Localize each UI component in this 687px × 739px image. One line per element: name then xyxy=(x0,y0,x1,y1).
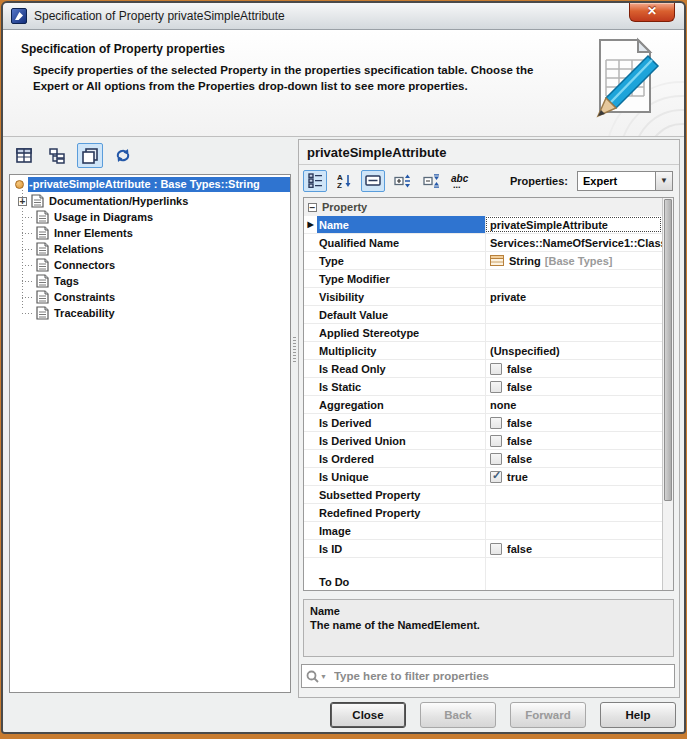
property-row-applied-stereotype[interactable]: Applied Stereotype xyxy=(304,324,662,342)
property-value[interactable] xyxy=(485,558,662,591)
tree-item-relations[interactable]: Relations xyxy=(10,241,290,257)
tree-item-connectors[interactable]: Connectors xyxy=(10,257,290,273)
header-description: Specify properties of the selected Prope… xyxy=(33,62,578,94)
panel-splitter[interactable] xyxy=(291,137,298,692)
property-value[interactable]: false xyxy=(485,450,662,467)
tree-item-inner-elements[interactable]: Inner Elements xyxy=(10,225,290,241)
property-value[interactable] xyxy=(485,504,662,521)
property-label: Applied Stereotype xyxy=(317,324,485,341)
property-row-is-unique[interactable]: Is Uniquetrue xyxy=(304,468,662,486)
tree-connector xyxy=(22,281,34,282)
property-row-is-id[interactable]: Is IDfalse xyxy=(304,540,662,558)
property-value[interactable] xyxy=(485,270,662,287)
property-value[interactable]: Services::NameOfService1::Class xyxy=(485,234,662,251)
tree-view-icon[interactable] xyxy=(44,143,70,168)
collapse-group-icon[interactable] xyxy=(308,203,317,212)
tree-item-label: Relations xyxy=(54,243,104,255)
property-value[interactable]: private xyxy=(485,288,662,305)
property-value[interactable]: false xyxy=(485,414,662,431)
property-row-is-derived[interactable]: Is Derivedfalse xyxy=(304,414,662,432)
tree-item-traceability[interactable]: Traceability xyxy=(10,305,290,321)
tree-item-constraints[interactable]: Constraints xyxy=(10,289,290,305)
window-title: Specification of Property privateSimpleA… xyxy=(34,9,285,23)
tree-item-usage-in-diagrams[interactable]: Usage in Diagrams xyxy=(10,209,290,225)
document-pencil-icon xyxy=(586,34,668,130)
dialog-button-row: CloseBackForwardHelp xyxy=(3,702,684,728)
property-row-is-ordered[interactable]: Is Orderedfalse xyxy=(304,450,662,468)
checkbox-unchecked-icon[interactable] xyxy=(490,417,502,429)
grid-view-icon[interactable] xyxy=(11,143,37,168)
property-value[interactable]: false xyxy=(485,540,662,557)
property-row-type-modifier[interactable]: Type Modifier xyxy=(304,270,662,288)
tree-item-list: Documentation/HyperlinksUsage in Diagram… xyxy=(10,193,290,321)
vertical-scrollbar[interactable] xyxy=(662,198,673,590)
checkbox-unchecked-icon[interactable] xyxy=(490,543,502,555)
property-row-multiplicity[interactable]: Multiplicity(Unspecified) xyxy=(304,342,662,360)
properties-mode-value: Expert xyxy=(577,171,655,191)
search-icon[interactable]: ▼ xyxy=(306,670,327,683)
tree-connector xyxy=(22,217,34,218)
filter-properties-input[interactable] xyxy=(332,669,670,683)
property-value[interactable]: (Unspecified) xyxy=(485,342,662,359)
property-row-is-derived-union[interactable]: Is Derived Unionfalse xyxy=(304,432,662,450)
help-button[interactable]: Help xyxy=(600,702,676,728)
description-text: The name of the NamedElement. xyxy=(310,618,667,632)
property-value[interactable]: false xyxy=(485,360,662,377)
checkbox-checked-icon[interactable] xyxy=(490,471,502,483)
checkbox-unchecked-icon[interactable] xyxy=(490,453,502,465)
standard-mode-icon[interactable] xyxy=(77,143,103,168)
property-row-type[interactable]: TypeString[Base Types] xyxy=(304,252,662,270)
tree-root-item[interactable]: -privateSimpleAttribute : Base Types::St… xyxy=(10,175,290,193)
tree-item-documentation-hyperlinks[interactable]: Documentation/Hyperlinks xyxy=(10,193,290,209)
checkbox-unchecked-icon[interactable] xyxy=(490,363,502,375)
property-row-default-value[interactable]: Default Value xyxy=(304,306,662,324)
collapse-all-icon[interactable] xyxy=(419,170,443,192)
categorized-view-icon[interactable] xyxy=(303,170,327,192)
show-description-icon[interactable] xyxy=(361,170,385,192)
specification-dialog: Specification of Property privateSimpleA… xyxy=(1,1,686,734)
property-row-subsetted-property[interactable]: Subsetted Property xyxy=(304,486,662,504)
property-row-visibility[interactable]: Visibilityprivate xyxy=(304,288,662,306)
property-row-to-do[interactable]: To Do xyxy=(304,558,662,591)
close-button[interactable]: Close xyxy=(330,702,406,728)
expand-all-icon[interactable] xyxy=(390,170,414,192)
property-value[interactable] xyxy=(485,306,662,323)
close-window-button[interactable]: ✕ xyxy=(629,3,675,22)
property-value[interactable]: false xyxy=(485,432,662,449)
tree-item-tags[interactable]: Tags xyxy=(10,273,290,289)
filter-field[interactable]: ▼ xyxy=(301,664,675,688)
property-value[interactable]: none xyxy=(485,396,662,413)
forward-button[interactable]: Forward xyxy=(510,702,586,728)
property-label: Is Ordered xyxy=(317,450,485,467)
property-value[interactable] xyxy=(485,324,662,341)
property-label: Is Static xyxy=(317,378,485,395)
property-value[interactable]: privateSimpleAttribute xyxy=(485,216,662,233)
refresh-icon[interactable] xyxy=(110,143,136,168)
property-row-image[interactable]: Image xyxy=(304,522,662,540)
property-group-header[interactable]: Property xyxy=(304,198,662,216)
property-row-is-read-only[interactable]: Is Read Onlyfalse xyxy=(304,360,662,378)
property-row-is-static[interactable]: Is Staticfalse xyxy=(304,378,662,396)
property-row-aggregation[interactable]: Aggregationnone xyxy=(304,396,662,414)
checkbox-unchecked-icon[interactable] xyxy=(490,435,502,447)
property-value[interactable] xyxy=(485,486,662,503)
selected-row-arrow-icon: ▶ xyxy=(307,220,313,229)
properties-panel: privateSimpleAttribute AZ abc xyxy=(298,139,680,698)
sort-alphabetically-icon[interactable]: AZ xyxy=(332,170,356,192)
scrollbar-thumb[interactable] xyxy=(664,199,672,501)
properties-mode-select[interactable]: Expert ▼ xyxy=(577,171,673,191)
property-value[interactable]: false xyxy=(485,378,662,395)
property-row-qualified-name[interactable]: Qualified NameServices::NameOfService1::… xyxy=(304,234,662,252)
customize-abc-icon[interactable]: abc... xyxy=(448,170,472,192)
back-button[interactable]: Back xyxy=(420,702,496,728)
property-value[interactable] xyxy=(485,522,662,539)
property-label: Is Unique xyxy=(317,468,485,485)
property-row-redefined-property[interactable]: Redefined Property xyxy=(304,504,662,522)
property-value[interactable]: String[Base Types] xyxy=(485,252,662,269)
property-value[interactable]: true xyxy=(485,468,662,485)
property-row-name[interactable]: ▶NameprivateSimpleAttribute xyxy=(304,216,662,234)
title-bar[interactable]: Specification of Property privateSimpleA… xyxy=(3,3,684,30)
checkbox-unchecked-icon[interactable] xyxy=(490,381,502,393)
property-label: Is Read Only xyxy=(317,360,485,377)
expand-plus-icon[interactable] xyxy=(18,197,27,206)
